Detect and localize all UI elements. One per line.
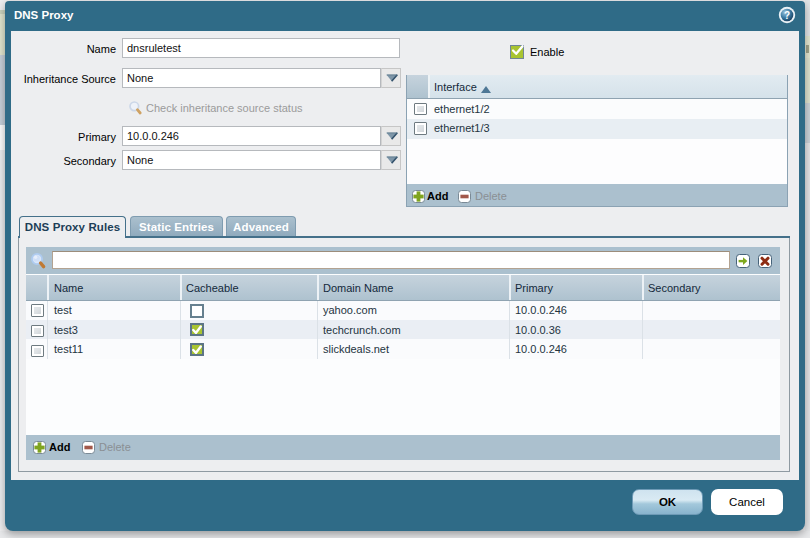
svg-text:?: ?	[784, 10, 790, 21]
